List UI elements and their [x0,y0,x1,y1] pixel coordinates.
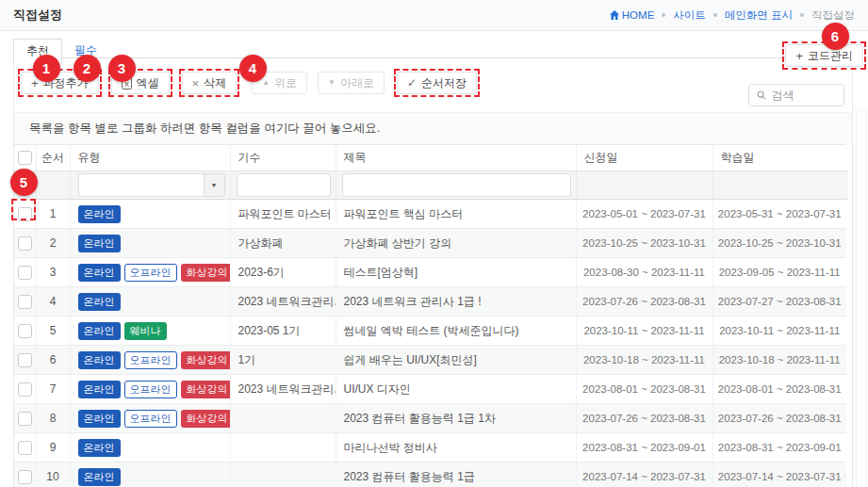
select-all-checkbox[interactable] [18,151,32,165]
delete-label: 삭제 [204,75,226,91]
row-title: 2023 컴퓨터 활용능력 1급 [336,463,576,487]
annotation-box-code-manage: + 코드관리 [782,41,866,70]
row-cohort: 2023 네트워크관리사 1기 [230,287,336,317]
vertical-scrollbar[interactable] [856,108,867,487]
move-down-label: 아래로 [340,75,374,91]
check-icon: ✓ [407,77,417,89]
type-filter-select[interactable]: ▼ [78,173,225,197]
row-apply-period: 2023-10-18 ~ 2023-11-11 [576,346,712,375]
breadcrumb-home-link[interactable]: HOME [610,9,655,21]
row-checkbox[interactable] [18,353,32,367]
cohort-filter-input[interactable] [237,173,331,197]
row-cohort: 가상화폐 [230,229,336,258]
row-study-period: 2023-07-27 ~ 2023-08-31 [712,287,846,317]
row-checkbox[interactable] [18,295,32,309]
row-type-badges: 온라인 [70,287,230,317]
row-apply-period: 2023-07-26 ~ 2023-08-31 [576,287,712,317]
breadcrumb: HOME 사이트 메인화면 표시 직접설정 [610,8,855,23]
annotation-circle-3: 3 [108,55,136,82]
row-type-badges: 온라인오프라인화상강의웨비나 [70,404,230,433]
row-checkbox[interactable] [18,441,32,455]
row-title: 썸네일 엑박 테스트 (박세준입니다) [336,317,576,346]
column-header-cohort[interactable]: 기수 [230,145,336,171]
row-cohort: 2023-05 1기 [230,317,336,346]
table-header-row: 순서 유형 기수 제목 신청일 학습일 [14,145,846,171]
save-order-button[interactable]: ✓ 순서저장 [397,72,477,94]
column-header-title[interactable]: 제목 [336,145,576,171]
row-type-badges: 온라인 [70,229,230,258]
annotation-box-row-checkbox [11,199,36,220]
row-title: 마리나선박 정비사 [336,433,576,463]
search-icon [757,89,766,101]
annotation-circle-4: 4 [239,55,267,82]
column-header-study-date[interactable]: 학습일 [712,145,846,171]
row-apply-period: 2023-10-25 ~ 2023-10-31 [576,229,712,258]
row-apply-period: 2023-07-26 ~ 2023-08-31 [576,404,712,433]
breadcrumb-main-display-link[interactable]: 메인화면 표시 [725,8,793,23]
page: 직접설정 HOME 사이트 메인화면 표시 직접설정 추천 필수 + 코드관리 [0,0,868,487]
table-row: 2온라인가상화폐가상화폐 상반기 강의2023-10-25 ~ 2023-10-… [14,229,846,258]
row-checkbox[interactable] [18,470,32,484]
breadcrumb-site-link[interactable]: 사이트 [673,8,706,23]
badge-video: 화상강의 [181,410,231,428]
column-header-type[interactable]: 유형 [70,145,230,171]
excel-label: 엑셀 [137,75,159,91]
row-study-period: 2023-08-01 ~ 2023-08-31 [712,375,846,404]
row-order: 8 [36,404,70,433]
move-down-button[interactable]: ▼ 아래로 [318,72,385,94]
badge-online: 온라인 [78,410,121,428]
table-row: 4온라인2023 네트워크관리사 1기2023 네트워크 관리사 1급 !202… [14,287,846,317]
row-type-badges: 온라인웨비나 [70,317,230,346]
row-study-period: 2023-10-25 ~ 2023-10-31 [712,229,846,258]
search-input[interactable] [772,89,836,102]
row-order: 4 [36,287,70,317]
row-study-period: 2023-10-11 ~ 2023-11-11 [712,317,846,346]
column-header-apply-date[interactable]: 신청일 [576,145,712,171]
badge-online: 온라인 [78,322,121,340]
row-type-badges: 온라인오프라인화상강의 [70,375,230,404]
row-apply-period: 2023-05-01 ~ 2023-07-31 [576,200,712,229]
row-checkbox[interactable] [18,324,32,338]
down-triangle-icon: ▼ [328,79,336,87]
badge-online: 온라인 [78,468,121,486]
table-row: 9온라인마리나선박 정비사2023-08-31 ~ 2023-09-012023… [14,433,846,463]
badge-webinar: 웨비나 [124,322,167,340]
row-apply-period: 2023-10-11 ~ 2023-11-11 [576,317,712,346]
delete-button[interactable]: × 삭제 [182,72,237,94]
row-apply-period: 2023-08-30 ~ 2023-11-11 [576,258,712,287]
row-order: 5 [36,317,70,346]
badge-offline: 오프라인 [124,410,177,428]
breadcrumb-home-label: HOME [622,9,655,21]
group-drop-zone[interactable]: 목록을 항목 별로 그룹화 하려면 항목 컬럼을 여기다 끌어 놓으세요. [14,112,852,144]
row-checkbox[interactable] [18,236,32,251]
row-checkbox[interactable] [18,382,32,397]
badge-online: 온라인 [78,439,121,457]
row-type-badges: 온라인 [70,463,230,487]
row-order: 2 [36,229,70,258]
column-header-order[interactable]: 순서 [36,145,70,171]
badge-offline: 오프라인 [124,351,177,369]
badge-online: 온라인 [78,205,121,223]
row-study-period: 2023-09-05 ~ 2023-11-11 [712,258,846,287]
row-type-badges: 온라인오프라인화상강의웨비나 [70,346,230,375]
row-checkbox[interactable] [18,266,32,280]
row-type-badges: 온라인오프라인화상강의 [70,258,230,287]
row-cohort: 2023-6기 [230,258,336,287]
code-manage-button[interactable]: + 코드관리 [785,44,863,67]
row-title: 테스트[엄상혁] [336,258,576,287]
row-title: UI/UX 디자인 [336,375,576,404]
row-apply-period: 2023-07-14 ~ 2023-07-31 [576,463,712,487]
annotation-circle-1: 1 [33,55,60,82]
content-panel: + 과정추가 X 엑셀 × 삭제 ▲ 위로 ▼ [13,57,853,487]
plus-icon: + [795,50,803,62]
home-icon [610,10,619,20]
filter-row: ▼ [14,171,846,200]
badge-online: 온라인 [78,293,121,311]
table-row: 7온라인오프라인화상강의2023 네트워크관리사 1기UI/UX 디자인2023… [14,375,846,404]
row-checkbox[interactable] [18,412,32,426]
annotation-box-save-order: ✓ 순서저장 [394,69,480,97]
search-box [748,84,844,106]
row-order: 6 [36,346,70,375]
row-title: 쉽게 배우는 UI/UX[최민성] [336,346,576,375]
title-filter-input[interactable] [342,173,571,197]
